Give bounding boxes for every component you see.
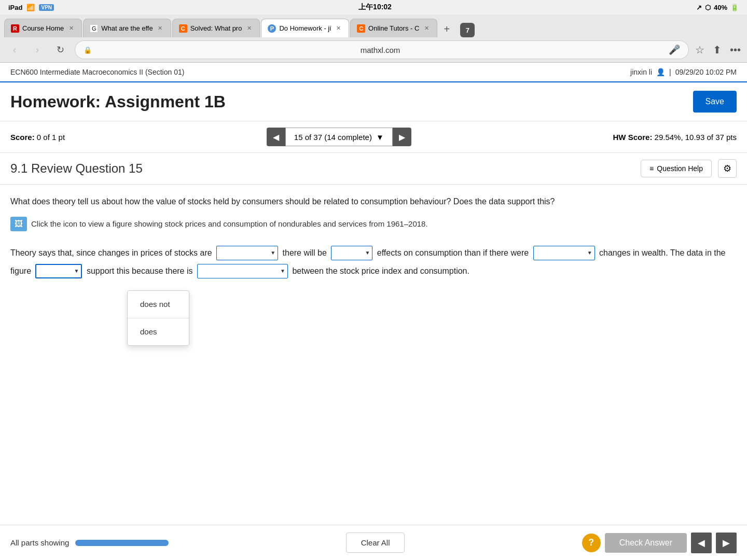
device-label: iPad xyxy=(8,4,22,11)
prev-question-button[interactable]: ◀ xyxy=(267,128,285,146)
toolbar-icons: ☆ ⬆ ••• xyxy=(695,44,741,56)
question-help-button[interactable]: ≡ Question Help xyxy=(641,160,712,177)
bottom-bar: All parts showing Clear All ? Check Answ… xyxy=(0,525,747,560)
mic-icon[interactable]: 🎤 xyxy=(669,44,680,55)
tab-label-homework: Do Homework - ji xyxy=(279,24,331,32)
tab-favicon-g: G xyxy=(90,24,98,33)
score-right: HW Score: 29.54%, 10.93 of 37 pts xyxy=(613,133,737,142)
dropdown-2-select[interactable]: larger smaller similar xyxy=(334,249,370,257)
clear-all-button[interactable]: Clear All xyxy=(346,533,405,553)
sentence-1: Theory says that, since changes in price… xyxy=(10,248,212,257)
list-icon: ≡ xyxy=(649,164,654,173)
tab-label-tutors: Online Tutors - C xyxy=(368,24,419,32)
status-bar: iPad 📶 VPN 上午10:02 ↗ ⬡ 40% 🔋 xyxy=(0,0,747,15)
vpn-badge: VPN xyxy=(39,4,54,11)
question-number: 9.1 Review Question 15 xyxy=(10,161,143,176)
tab-favicon-r: R xyxy=(11,24,19,33)
assignment-title: Homework: Assignment 1B xyxy=(10,92,226,111)
back-button[interactable]: ‹ xyxy=(6,41,23,58)
new-tab-button[interactable]: + xyxy=(438,21,455,37)
tab-close-chegg[interactable]: ✕ xyxy=(245,24,253,33)
tab-bar: R Course Home ✕ G What are the effe ✕ C … xyxy=(0,15,747,37)
browser-chrome: R Course Home ✕ G What are the effe ✕ C … xyxy=(0,15,747,63)
sentence-6: between the stock price index and consum… xyxy=(292,267,469,275)
dropdown-3[interactable]: permanent transitory unpredictable ▼ xyxy=(533,246,595,260)
status-time: 上午10:02 xyxy=(358,3,392,12)
bottom-prev-button[interactable]: ◀ xyxy=(691,533,712,553)
lock-icon: 🔒 xyxy=(84,46,92,54)
page-indicator-text: 15 of 37 (14 complete) xyxy=(294,133,372,142)
dropdown-2[interactable]: larger smaller similar ▼ xyxy=(331,246,372,260)
score-label: Score: xyxy=(10,133,35,142)
hw-score-label: HW Score: xyxy=(613,133,653,142)
dropdown-5[interactable]: a positive relationship a negative relat… xyxy=(197,264,288,278)
dropdown-4-select[interactable]: does not does xyxy=(38,267,79,275)
user-name: jinxin li xyxy=(630,68,652,76)
reload-button[interactable]: ↻ xyxy=(52,41,68,58)
sentence-3: effects on consumption than if there wer… xyxy=(377,248,529,257)
dropdown-4[interactable]: does not does ▼ xyxy=(35,264,82,278)
tab-favicon-c1: C xyxy=(179,24,187,33)
tab-count-badge[interactable]: 7 xyxy=(460,23,475,37)
bottom-next-button[interactable]: ▶ xyxy=(716,533,737,553)
dropdown-option-does-not[interactable]: does not xyxy=(128,291,189,318)
dropdown-1-select[interactable]: permanent transitory unpredictable xyxy=(219,249,275,257)
address-input[interactable]: 🔒 mathxl.com 🎤 xyxy=(75,40,689,59)
status-left: iPad 📶 VPN xyxy=(8,4,54,11)
tab-course-home[interactable]: R Course Home ✕ xyxy=(4,19,82,37)
score-nav: ◀ 15 of 37 (14 complete) ▼ ▶ xyxy=(267,128,411,146)
question-header: 9.1 Review Question 15 ≡ Question Help ⚙ xyxy=(0,153,747,185)
battery-percentage: 40% xyxy=(714,4,727,11)
bottom-left: All parts showing xyxy=(10,538,169,547)
tab-label-chegg: Solved: What pro xyxy=(190,24,242,32)
tab-tutors[interactable]: C Online Tutors - C ✕ xyxy=(350,19,437,37)
score-left: Score: 0 of 1 pt xyxy=(10,133,65,142)
question-text: What does theory tell us about how the v… xyxy=(10,195,737,208)
score-bar: Score: 0 of 1 pt ◀ 15 of 37 (14 complete… xyxy=(0,121,747,153)
bluetooth-icon: ⬡ xyxy=(705,4,711,11)
share-icon[interactable]: ⬆ xyxy=(713,44,722,56)
tab-homework[interactable]: P Do Homework - ji ✕ xyxy=(261,19,349,37)
next-question-button[interactable]: ▶ xyxy=(393,128,411,146)
course-meta: jinxin li 👤 | 09/29/20 10:02 PM xyxy=(630,68,737,76)
dropdown-arrow-page: ▼ xyxy=(376,133,384,142)
sentence-2: there will be xyxy=(283,248,327,257)
user-icon: 👤 xyxy=(656,68,665,76)
url-text: mathxl.com xyxy=(96,46,665,54)
tab-favicon-p: P xyxy=(268,24,276,33)
tab-close-google[interactable]: ✕ xyxy=(156,24,164,33)
sentence-5: support this because there is xyxy=(87,267,193,275)
tab-close-homework[interactable]: ✕ xyxy=(334,24,342,33)
dropdown-1[interactable]: permanent transitory unpredictable ▼ xyxy=(216,246,278,260)
dropdown-3-select[interactable]: permanent transitory unpredictable xyxy=(536,249,592,257)
more-icon[interactable]: ••• xyxy=(730,44,741,56)
help-circle-button[interactable]: ? xyxy=(582,534,601,552)
progress-bar xyxy=(75,540,169,546)
dropdown-overlay: does not does xyxy=(127,290,189,346)
question-help-label: Question Help xyxy=(657,164,703,173)
page-indicator: 15 of 37 (14 complete) ▼ xyxy=(285,128,393,146)
tab-google[interactable]: G What are the effe ✕ xyxy=(83,19,171,37)
tab-close-course-home[interactable]: ✕ xyxy=(67,24,75,33)
score-value: 0 of 1 pt xyxy=(37,133,65,142)
save-button[interactable]: Save xyxy=(693,91,737,113)
hw-score-value: 29.54%, 10.93 of 37 pts xyxy=(655,133,737,142)
settings-button[interactable]: ⚙ xyxy=(718,159,737,178)
all-parts-text: All parts showing xyxy=(10,538,69,547)
figure-link[interactable]: 🖼 Click the icon to view a figure showin… xyxy=(10,217,737,231)
dropdown-option-does[interactable]: does xyxy=(128,318,189,345)
check-answer-button[interactable]: Check Answer xyxy=(605,533,687,553)
tab-chegg[interactable]: C Solved: What pro ✕ xyxy=(172,19,260,37)
tab-close-tutors[interactable]: ✕ xyxy=(422,24,431,33)
bookmark-icon[interactable]: ☆ xyxy=(695,44,704,56)
status-right: ↗ ⬡ 40% 🔋 xyxy=(696,4,739,11)
forward-button[interactable]: › xyxy=(29,41,46,58)
dropdown-5-select[interactable]: a positive relationship a negative relat… xyxy=(200,267,285,275)
sentence-area: Theory says that, since changes in price… xyxy=(10,244,737,280)
figure-text: Click the icon to view a figure showing … xyxy=(31,218,428,230)
question-tools: ≡ Question Help ⚙ xyxy=(641,159,737,178)
tab-favicon-c2: C xyxy=(357,24,365,33)
assignment-header: Homework: Assignment 1B Save xyxy=(0,82,747,121)
page-content: ECN600 Intermediate Macroeconomics II (S… xyxy=(0,63,747,529)
course-title: ECN600 Intermediate Macroeconomics II (S… xyxy=(10,68,184,76)
